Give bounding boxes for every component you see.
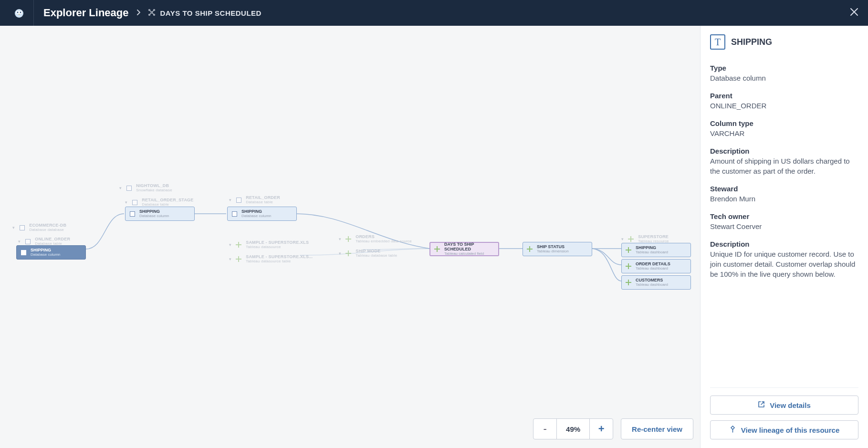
close-button[interactable] — [850, 7, 858, 19]
app-header: Explorer Lineage DAYS TO SHIP SCHEDULED — [0, 0, 868, 26]
external-link-icon — [758, 401, 765, 410]
column-icon — [230, 210, 238, 218]
zoom-in-button[interactable]: + — [590, 419, 613, 439]
app-logo[interactable] — [10, 3, 29, 22]
svg-point-0 — [15, 9, 23, 18]
tableau-icon — [235, 255, 242, 263]
group-retail-order[interactable]: ▾ RETAIL_ORDER Database table — [229, 193, 280, 207]
svg-point-8 — [148, 14, 150, 15]
zoom-level: 49% — [556, 419, 590, 439]
group-orders[interactable]: ▾ ORDERS Tableau embedded data source — [339, 232, 412, 246]
chevron-down-icon: ▾ — [229, 257, 231, 261]
chevron-down-icon: ▾ — [339, 251, 341, 256]
field-type: Type Database column — [710, 64, 858, 83]
table-icon — [235, 196, 242, 204]
locate-icon — [729, 426, 736, 435]
chevron-down-icon: ▾ — [229, 198, 231, 202]
group-nightowl-db[interactable]: ▾ NIGHTOWL_DB Snowflake database — [119, 181, 172, 195]
svg-point-4 — [20, 12, 21, 13]
page-title: Explorer Lineage — [43, 7, 129, 19]
svg-point-6 — [148, 9, 150, 10]
breadcrumb-current[interactable]: DAYS TO SHIP SCHEDULED — [160, 9, 261, 17]
zoom-toolbar: - 49% + Re-center view — [533, 418, 693, 439]
lineage-icon — [148, 9, 156, 18]
chevron-down-icon: ▾ — [229, 242, 231, 247]
lineage-canvas[interactable]: ▾ ECOMMERCE-DB Database database ▾ ONLIN… — [0, 26, 700, 448]
view-details-button[interactable]: View details — [710, 396, 858, 415]
tableau-icon — [625, 262, 632, 270]
zoom-group: - 49% + — [533, 418, 613, 439]
database-icon — [125, 184, 133, 192]
field-description-1: Description Amount of shipping in US dol… — [710, 147, 858, 176]
view-lineage-label: View lineage of this resource — [741, 426, 839, 434]
node-shipping-dashboard[interactable]: SHIPPING Tableau dashboard — [621, 243, 691, 257]
field-column-type: Column type VARCHAR — [710, 119, 858, 138]
table-icon — [24, 238, 31, 245]
node-shipping-stage[interactable]: SHIPPING Database column — [125, 207, 195, 221]
chevron-down-icon: ▾ — [18, 239, 21, 244]
tableau-icon — [345, 250, 352, 257]
tableau-icon — [627, 235, 635, 243]
type-icon: T — [710, 34, 725, 50]
tableau-icon — [235, 241, 242, 249]
tableau-icon — [526, 245, 533, 253]
field-tech-owner: Tech owner Stewart Coerver — [710, 212, 858, 231]
tableau-icon — [345, 235, 352, 243]
node-order-details-dashboard[interactable]: ORDER DETAILS Tableau dashboard — [621, 259, 691, 273]
group-sample-superstore[interactable]: ▾ SAMPLE - SUPERSTORE.XLS Tableau dataso… — [229, 238, 309, 251]
chevron-down-icon: ▾ — [125, 200, 127, 205]
node-ship-status[interactable]: SHIP STATUS Tableau dimension — [523, 242, 592, 256]
tableau-icon — [433, 245, 441, 253]
header-divider — [33, 0, 34, 26]
svg-point-7 — [153, 9, 155, 10]
column-icon — [128, 210, 136, 218]
field-steward: Steward Brendon Murn — [710, 185, 858, 204]
view-lineage-button[interactable]: View lineage of this resource — [710, 420, 858, 439]
chevron-down-icon: ▾ — [621, 237, 624, 241]
tableau-icon — [625, 279, 632, 286]
view-details-label: View details — [770, 401, 811, 409]
field-description-2: Description Unique ID for unique custome… — [710, 240, 858, 279]
node-customers-dashboard[interactable]: CUSTOMERS Tableau dashboard — [621, 275, 691, 290]
database-icon — [18, 224, 26, 231]
chevron-right-icon — [136, 10, 141, 17]
node-shipping-retail[interactable]: SHIPPING Database column — [227, 207, 297, 221]
sidebar-title: SHIPPING — [731, 37, 772, 47]
tableau-icon — [625, 246, 632, 254]
recenter-button[interactable]: Re-center view — [621, 418, 693, 439]
node-shipping-source[interactable]: SHIPPING Database column — [16, 245, 86, 260]
node-days-to-ship-scheduled[interactable]: DAYS TO SHIP SCHEDULED Tableau calculate… — [429, 242, 499, 256]
chevron-down-icon: ▾ — [339, 237, 341, 241]
chevron-down-icon: ▾ — [12, 225, 15, 230]
svg-point-9 — [153, 14, 155, 15]
group-ship-mode[interactable]: ▾ SHIP MODE Tableau database table — [339, 247, 397, 260]
group-ecommerce-db[interactable]: ▾ ECOMMERCE-DB Database database — [12, 221, 66, 234]
table-icon — [131, 198, 138, 206]
owl-icon — [13, 7, 25, 19]
details-sidebar: T SHIPPING Type Database column Parent O… — [700, 26, 868, 448]
svg-point-3 — [17, 12, 19, 13]
column-icon — [20, 249, 27, 256]
group-sample-superstore-table[interactable]: ▾ SAMPLE - SUPERSTORE.XLS... Tableau dat… — [229, 252, 313, 266]
zoom-out-button[interactable]: - — [533, 419, 556, 439]
chevron-down-icon: ▾ — [119, 186, 122, 190]
field-parent: Parent ONLINE_ORDER — [710, 92, 858, 111]
